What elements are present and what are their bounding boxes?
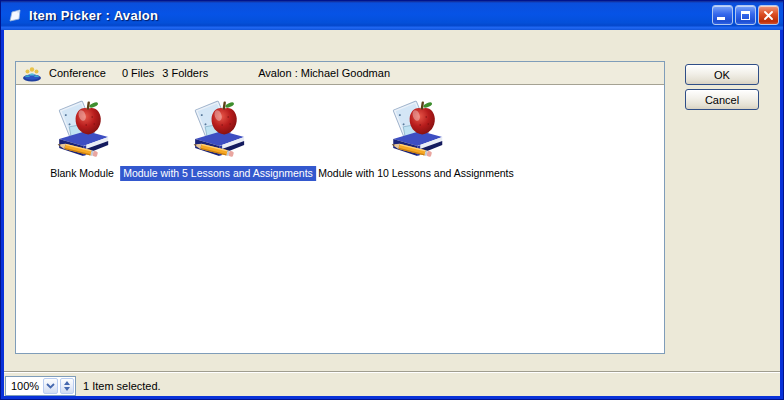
- window-title: Item Picker : Avalon: [29, 8, 158, 23]
- selection-status-text: 1 Item selected.: [83, 380, 161, 392]
- container-type-label: Conference: [49, 67, 106, 79]
- zoom-value[interactable]: 100%: [6, 377, 42, 395]
- folders-count: 3 Folders: [162, 67, 208, 79]
- chevron-down-icon: [46, 383, 55, 389]
- minimize-icon: [717, 17, 725, 20]
- conference-icon: [22, 65, 42, 82]
- close-icon: [763, 10, 774, 21]
- zoom-spinner[interactable]: [60, 378, 74, 394]
- spinner-down-icon: [64, 387, 70, 391]
- list-item-module-10-lessons[interactable]: Module with 10 Lessons and Assignments: [315, 97, 517, 181]
- window-frame-left: [1, 30, 4, 399]
- item-picker-dialog: Item Picker : Avalon Conference 0 Files …: [0, 0, 784, 400]
- spinner-up-icon: [64, 381, 70, 385]
- item-list: Blank Module Module with 5 Lessons and A…: [16, 85, 664, 353]
- item-picker-panel: Conference 0 Files 3 Folders Avalon : Mi…: [15, 61, 665, 354]
- maximize-icon: [741, 11, 750, 20]
- window-frame-right: [780, 30, 783, 399]
- item-label: Module with 5 Lessons and Assignments: [120, 166, 316, 181]
- item-label: Blank Module: [47, 166, 117, 181]
- window-icon[interactable]: [7, 8, 23, 24]
- zoom-dropdown-button[interactable]: [43, 378, 58, 394]
- module-icon: [186, 97, 250, 161]
- list-item-blank-module[interactable]: Blank Module: [47, 97, 117, 181]
- window-frame-bottom: [1, 396, 783, 399]
- zoom-combobox[interactable]: 100%: [5, 376, 76, 396]
- ok-button[interactable]: OK: [685, 64, 759, 85]
- module-icon: [384, 97, 448, 161]
- statusbar-divider: [4, 371, 780, 373]
- close-button[interactable]: [758, 5, 779, 25]
- list-item-module-5-lessons[interactable]: Module with 5 Lessons and Assignments: [120, 97, 316, 181]
- minimize-button[interactable]: [712, 5, 733, 25]
- maximize-button[interactable]: [735, 5, 756, 25]
- files-count: 0 Files: [122, 67, 154, 79]
- conference-owner-label: Avalon : Michael Goodman: [258, 67, 390, 79]
- module-icon: [50, 97, 114, 161]
- item-label: Module with 10 Lessons and Assignments: [315, 166, 517, 181]
- titlebar[interactable]: Item Picker : Avalon: [1, 1, 783, 30]
- cancel-button[interactable]: Cancel: [685, 89, 759, 110]
- folder-info-bar: Conference 0 Files 3 Folders Avalon : Mi…: [16, 62, 664, 85]
